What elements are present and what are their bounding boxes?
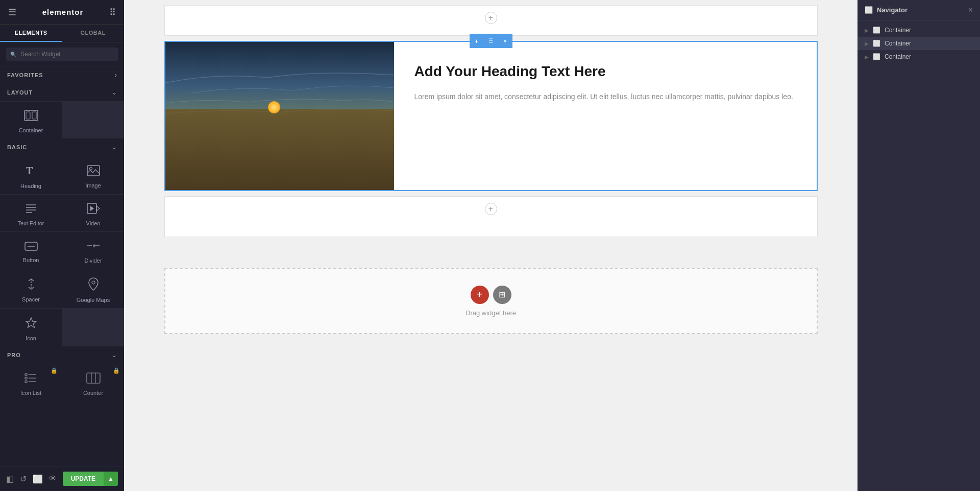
widget-text-editor[interactable]: Text Editor xyxy=(0,195,62,231)
container-label: Container xyxy=(19,127,43,133)
hamburger-icon[interactable]: ☰ xyxy=(8,7,16,18)
nav-container-icon-3: ⬜ xyxy=(873,53,880,60)
row-toolbar: + ⠿ × xyxy=(470,34,512,48)
pro-widgets: Icon List 🔒 Counter 🔒 xyxy=(0,364,124,401)
search-box xyxy=(0,42,124,66)
navigator-panel: ⬜ Navigator × ▶ ⬜ Container ▶ ⬜ Containe… xyxy=(857,0,980,491)
content-image xyxy=(165,42,394,190)
search-input[interactable] xyxy=(6,48,118,61)
canvas-section-1: + xyxy=(164,5,818,36)
toolbar-close-btn[interactable]: × xyxy=(498,34,512,48)
navigator-title: Navigator xyxy=(877,6,908,14)
svg-rect-1 xyxy=(26,112,30,119)
drop-zone-text: Drag widget here xyxy=(465,309,516,317)
section-1-top-bar: + xyxy=(165,6,817,30)
drop-zone-template-btn[interactable]: ⊞ xyxy=(493,286,511,304)
button-label: Button xyxy=(23,257,39,263)
section-3-top-bar: + xyxy=(165,197,817,221)
svg-marker-12 xyxy=(90,206,94,211)
content-heading: Add Your Heading Text Here xyxy=(414,62,796,81)
widget-image[interactable]: Image xyxy=(62,156,124,194)
svg-text:T: T xyxy=(26,165,33,176)
widget-icon[interactable]: Icon xyxy=(0,309,62,346)
toolbar-move-btn[interactable]: ⠿ xyxy=(484,34,498,48)
counter-lock: 🔒 xyxy=(113,367,120,374)
widget-google-maps[interactable]: Google Maps xyxy=(62,269,124,308)
content-body: Lorem ipsum dolor sit amet, consectetur … xyxy=(414,91,796,103)
text-editor-label: Text Editor xyxy=(18,220,44,226)
tab-global[interactable]: GLOBAL xyxy=(62,25,125,42)
grid-icon[interactable]: ⠿ xyxy=(109,7,116,18)
heading-label: Heading xyxy=(20,183,41,189)
canvas-section-2: + ⠿ × xyxy=(164,41,818,191)
navigator-close-btn[interactable]: × xyxy=(968,6,973,15)
section-pro-header[interactable]: PRO ⌄ xyxy=(0,346,124,364)
favorites-label: FAVORITES xyxy=(7,72,43,78)
nav-arrow-3: ▶ xyxy=(865,54,869,60)
tab-elements[interactable]: ELEMENTS xyxy=(0,25,62,42)
history-icon[interactable]: ↺ xyxy=(20,474,27,484)
nav-item-container-1[interactable]: ▶ ⬜ Container xyxy=(857,24,980,37)
preview-icon[interactable]: 👁 xyxy=(49,474,57,484)
panel-header: ☰ elementor ⠿ xyxy=(0,0,124,25)
left-panel: ☰ elementor ⠿ ELEMENTS GLOBAL FAVORITES … xyxy=(0,0,124,491)
google-maps-icon xyxy=(88,277,99,294)
section-layout-header[interactable]: LAYOUT ⌄ xyxy=(0,84,124,101)
spacer-icon xyxy=(25,278,37,293)
footer-icons: ◧ ↺ ⬜ 👁 xyxy=(6,474,57,484)
layers-icon[interactable]: ◧ xyxy=(6,474,14,484)
svg-marker-21 xyxy=(26,318,36,328)
nav-container-label-2: Container xyxy=(885,40,911,47)
search-wrapper xyxy=(6,48,118,61)
canvas-inner: + + ⠿ × xyxy=(164,5,818,334)
icon-widget-icon xyxy=(25,317,37,332)
nav-arrow-2: ▶ xyxy=(865,41,869,46)
svg-marker-16 xyxy=(93,244,94,248)
nav-container-label-1: Container xyxy=(885,27,911,34)
section-1-add-btn[interactable]: + xyxy=(485,12,497,24)
update-arrow-button[interactable]: ▲ xyxy=(104,472,118,486)
update-button[interactable]: UPDATE xyxy=(63,472,104,486)
widget-video[interactable]: Video xyxy=(62,195,124,231)
basic-label: BASIC xyxy=(7,144,27,150)
widget-divider[interactable]: Divider xyxy=(62,232,124,269)
nav-item-container-2[interactable]: ▶ ⬜ Container xyxy=(857,37,980,50)
counter-icon xyxy=(86,372,101,387)
panel-tabs: ELEMENTS GLOBAL xyxy=(0,25,124,42)
widget-button[interactable]: Button xyxy=(0,232,62,269)
section-3-add-btn[interactable]: + xyxy=(485,203,497,215)
navigator-header: ⬜ Navigator × xyxy=(857,0,980,20)
nav-item-container-3[interactable]: ▶ ⬜ Container xyxy=(857,50,980,63)
video-label: Video xyxy=(86,220,101,226)
favorites-arrow: › xyxy=(115,72,117,79)
widget-container[interactable]: Container xyxy=(0,102,62,138)
section-basic-header[interactable]: BASIC ⌄ xyxy=(0,138,124,156)
pro-label: PRO xyxy=(7,352,21,358)
drop-zone-add-btn[interactable]: + xyxy=(471,286,489,304)
responsive-icon[interactable]: ⬜ xyxy=(33,474,43,484)
main-canvas: + + ⠿ × xyxy=(124,0,857,491)
button-icon xyxy=(24,241,38,254)
google-maps-label: Google Maps xyxy=(77,297,110,303)
nav-container-icon-2: ⬜ xyxy=(873,40,880,47)
svg-rect-26 xyxy=(25,381,27,383)
divider-icon xyxy=(87,240,100,254)
basic-arrow: ⌄ xyxy=(112,144,117,151)
container-icon xyxy=(24,110,38,124)
text-editor-icon xyxy=(25,203,37,217)
drop-zone-btns: + ⊞ xyxy=(471,286,511,304)
icon-label: Icon xyxy=(26,335,36,341)
spacer-area xyxy=(164,242,818,263)
widget-spacer[interactable]: Spacer xyxy=(0,269,62,308)
widget-icon-list[interactable]: Icon List 🔒 xyxy=(0,364,62,401)
section-favorites[interactable]: FAVORITES › xyxy=(0,66,124,84)
svg-marker-17 xyxy=(94,244,95,248)
widget-counter[interactable]: Counter 🔒 xyxy=(62,364,124,401)
video-icon xyxy=(87,203,100,217)
widget-heading[interactable]: T Heading xyxy=(0,156,62,194)
svg-point-5 xyxy=(89,168,92,170)
svg-point-20 xyxy=(92,281,95,284)
image-icon xyxy=(87,165,100,179)
canvas-section-3: + xyxy=(164,196,818,237)
toolbar-add-btn[interactable]: + xyxy=(470,34,484,48)
